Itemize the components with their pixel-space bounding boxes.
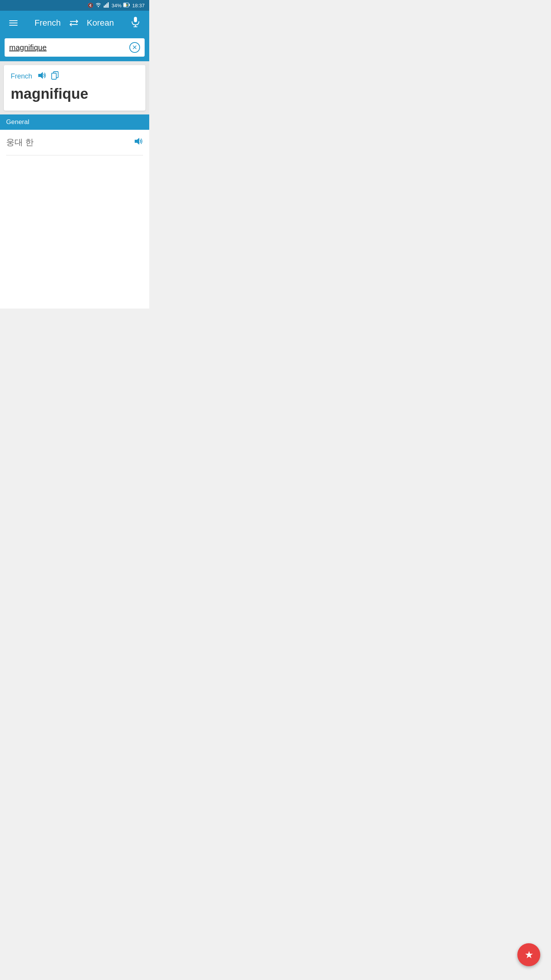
bluetooth-icon <box>95 2 101 9</box>
svg-rect-2 <box>105 5 106 8</box>
result-speaker-button[interactable] <box>37 72 46 81</box>
toolbar: French Korean <box>0 11 149 35</box>
mute-icon: 🔇 <box>88 3 93 8</box>
status-icons: 🔇 34% ⚡ 18:37 <box>88 2 145 9</box>
svg-point-0 <box>98 6 99 7</box>
result-card: French magnifique <box>4 65 145 111</box>
hamburger-line-3 <box>9 25 18 26</box>
translation-text: 웅대 한 <box>6 137 34 148</box>
clear-button[interactable]: × <box>129 42 140 53</box>
language-selector: French Korean <box>21 18 128 28</box>
svg-rect-6 <box>129 4 130 6</box>
search-box: × <box>5 38 145 57</box>
svg-text:⚡: ⚡ <box>125 3 129 7</box>
result-card-header: French <box>11 71 139 82</box>
swap-languages-button[interactable] <box>68 19 79 27</box>
battery-icon: ⚡ <box>123 3 130 8</box>
result-area: French magnifique <box>0 61 149 114</box>
microphone-button[interactable] <box>128 13 143 33</box>
battery-text: 34% <box>111 3 121 8</box>
time-text: 18:37 <box>132 3 145 8</box>
general-section-header: General <box>0 114 149 130</box>
svg-rect-9 <box>134 17 137 22</box>
svg-rect-1 <box>104 6 105 8</box>
general-label: General <box>6 118 29 126</box>
translation-speaker-button[interactable] <box>134 137 143 148</box>
target-language[interactable]: Korean <box>87 18 114 28</box>
svg-rect-4 <box>108 2 109 8</box>
translation-area: 웅대 한 <box>0 130 149 155</box>
hamburger-line-2 <box>9 23 18 23</box>
hamburger-menu[interactable] <box>6 17 21 29</box>
svg-marker-12 <box>38 72 43 79</box>
result-word: magnifique <box>11 85 139 103</box>
svg-rect-14 <box>52 73 56 79</box>
main-content <box>0 155 149 309</box>
status-bar: 🔇 34% ⚡ 18:37 <box>0 0 149 11</box>
search-area: × <box>0 35 149 61</box>
result-language-label: French <box>11 72 32 80</box>
hamburger-line-1 <box>9 20 18 21</box>
translation-row: 웅대 한 <box>6 130 143 155</box>
svg-rect-3 <box>106 3 108 8</box>
svg-marker-15 <box>135 138 139 145</box>
search-input[interactable] <box>9 43 126 52</box>
copy-button[interactable] <box>51 71 59 82</box>
source-language[interactable]: French <box>34 18 60 28</box>
signal-icon <box>103 2 109 9</box>
